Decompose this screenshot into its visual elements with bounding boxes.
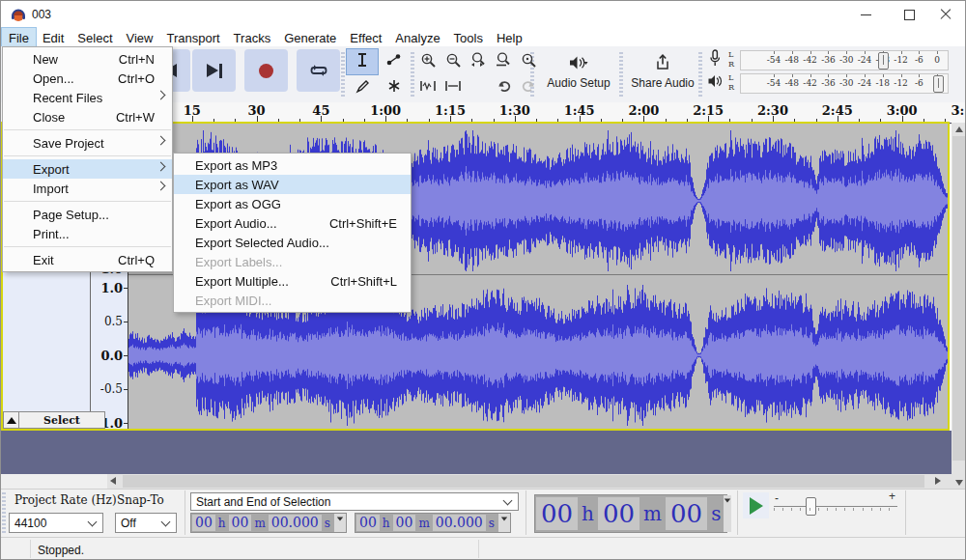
dropdown-caret-icon[interactable] — [334, 514, 346, 532]
track-select-button[interactable]: Select — [18, 411, 105, 429]
record-button[interactable] — [244, 49, 288, 92]
track-select-label: Select — [43, 414, 80, 427]
volume-slider-handle[interactable] — [878, 52, 889, 70]
project-rate-select[interactable]: 44100 — [9, 513, 103, 533]
selection-start-time[interactable]: 00 h 00 m 00.000 s — [190, 513, 347, 533]
vertical-scrollbar-thumb[interactable] — [952, 136, 966, 461]
snap-to-select[interactable]: Off — [115, 513, 177, 533]
zoom-in-button[interactable] — [416, 50, 440, 73]
meter-tick — [792, 74, 793, 77]
speaker-icon — [568, 55, 589, 73]
file-menu-item-open[interactable]: Open...Ctrl+O — [3, 69, 172, 88]
trim-audio-button[interactable] — [416, 76, 440, 99]
file-menu-item-export[interactable]: Export — [3, 159, 172, 179]
meter-tick — [883, 74, 884, 77]
export-menu-item-export-as-mp3[interactable]: Export as MP3 — [174, 155, 411, 175]
volume-slider-handle[interactable] — [933, 75, 944, 93]
position-hours[interactable]: 00 — [536, 497, 578, 530]
file-menu-item-recent-files[interactable]: Recent Files — [3, 88, 172, 107]
selection-tool-button[interactable] — [347, 49, 378, 74]
envelope-tool-button[interactable] — [379, 49, 410, 74]
draw-tool-button[interactable] — [347, 75, 378, 100]
minimize-button[interactable] — [846, 1, 885, 28]
scroll-left-arrow-icon[interactable] — [110, 477, 116, 485]
export-menu-item-export-selected-audio[interactable]: Export Selected Audio... — [174, 233, 411, 252]
fit-project-button[interactable] — [492, 50, 515, 73]
file-menu-item-print[interactable]: Print... — [3, 224, 172, 243]
end-hours[interactable]: 00 — [356, 515, 380, 531]
multi-tool-button[interactable] — [379, 75, 410, 100]
menu-file[interactable]: File — [2, 28, 36, 46]
menu-transport[interactable]: Transport — [159, 28, 226, 46]
menu-view[interactable]: View — [120, 28, 160, 46]
share-audio-toolbar-grip[interactable] — [619, 52, 623, 97]
undo-icon — [496, 79, 512, 98]
edit-toolbar-grip[interactable] — [411, 52, 414, 97]
audio-setup-button[interactable]: Audio Setup — [538, 48, 619, 96]
silence-audio-button[interactable] — [441, 76, 465, 99]
selection-toolbar-grip[interactable] — [2, 492, 6, 533]
dropdown-caret-icon[interactable] — [498, 514, 510, 532]
file-menu-item-page-setup[interactable]: Page Setup... — [3, 205, 172, 224]
file-menu-item-exit[interactable]: ExitCtrl+Q — [3, 250, 172, 269]
position-seconds[interactable]: 00 — [666, 497, 707, 530]
play-speed-slider-handle[interactable] — [806, 497, 816, 516]
selection-mode-value: Start and End of Selection — [196, 495, 330, 509]
share-audio-button[interactable]: Share Audio — [625, 48, 700, 96]
menu-select[interactable]: Select — [71, 28, 119, 46]
export-menu-item-export-labels: Export Labels... — [174, 252, 411, 271]
undo-button[interactable] — [492, 76, 515, 99]
slider-tick — [818, 508, 819, 511]
position-minutes[interactable]: 00 — [598, 497, 639, 530]
export-menu-item-export-multiple[interactable]: Export Multiple...Ctrl+Shift+L — [174, 271, 411, 291]
start-hours[interactable]: 00 — [192, 515, 215, 531]
scale-tick — [124, 322, 128, 322]
playback-meter-speaker-button[interactable] — [704, 72, 725, 94]
menu-tools[interactable]: Tools — [447, 28, 490, 46]
play-at-speed-button[interactable] — [743, 492, 769, 518]
maximize-icon — [904, 10, 915, 20]
selection-mode-select[interactable]: Start and End of Selection — [190, 492, 519, 511]
recording-meter[interactable]: -54-48-42-36-30-24-18-12-60 — [740, 50, 949, 70]
file-menu-item-save-project[interactable]: Save Project — [3, 133, 172, 153]
ruler-tick — [407, 119, 408, 123]
export-menu-item-export-as-ogg[interactable]: Export as OGG — [174, 194, 411, 213]
playback-meter[interactable]: -54-48-42-36-30-24-18-12-60 — [740, 73, 949, 94]
file-menu-item-new[interactable]: NewCtrl+N — [3, 49, 172, 69]
end-seconds[interactable]: 00.000 — [433, 515, 486, 531]
maximize-button[interactable] — [890, 1, 928, 28]
menu-item-shortcut: Ctrl+Q — [118, 253, 155, 267]
zoom-out-button[interactable] — [441, 50, 465, 73]
skip-to-end-button[interactable] — [192, 49, 236, 92]
scroll-right-arrow-icon[interactable] — [935, 477, 941, 485]
end-minutes[interactable]: 00 — [393, 515, 416, 531]
start-seconds[interactable]: 00.000 — [269, 515, 322, 531]
menu-edit[interactable]: Edit — [36, 28, 71, 46]
start-minutes[interactable]: 00 — [229, 515, 252, 531]
dropdown-caret-icon[interactable] — [724, 495, 731, 532]
menu-generate[interactable]: Generate — [277, 28, 343, 46]
menu-tracks[interactable]: Tracks — [227, 28, 278, 46]
audio-position-display[interactable]: 00 h 00 m 00 s — [534, 494, 727, 533]
export-menu-item-export-audio[interactable]: Export Audio...Ctrl+Shift+E — [174, 213, 411, 233]
redo-button[interactable] — [517, 76, 540, 99]
close-button[interactable] — [926, 1, 965, 28]
selection-end-time[interactable]: 00 h 00 m 00.000 s — [355, 513, 511, 533]
menu-analyze[interactable]: Analyze — [388, 28, 446, 46]
fit-selection-button[interactable] — [467, 50, 490, 73]
file-menu-item-import[interactable]: Import — [3, 179, 172, 198]
tools-toolbar-grip[interactable] — [341, 52, 345, 97]
menu-help[interactable]: Help — [490, 28, 529, 46]
file-menu-item-close[interactable]: CloseCtrl+W — [3, 107, 172, 126]
play-speed-slider[interactable] — [774, 506, 897, 507]
export-menu-item-export-as-wav[interactable]: Export as WAV — [174, 175, 411, 194]
slider-tick — [827, 508, 828, 511]
record-meter-mic-button[interactable] — [704, 49, 725, 70]
fit-project-icon — [495, 51, 512, 72]
loop-button[interactable] — [297, 49, 340, 92]
zoom-toggle-button[interactable] — [517, 50, 540, 73]
scroll-down-arrow-icon[interactable] — [955, 480, 963, 486]
menu-effect[interactable]: Effect — [343, 28, 388, 46]
scroll-up-arrow-icon[interactable] — [955, 126, 963, 132]
horizontal-scrollbar-thumb[interactable] — [123, 475, 924, 488]
